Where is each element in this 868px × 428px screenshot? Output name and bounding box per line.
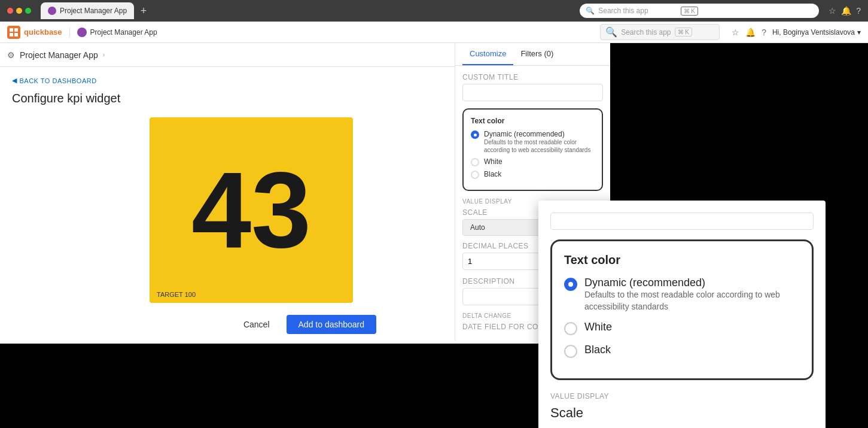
notifications-icon[interactable]: 🔔 [745, 28, 756, 37]
custom-title-input[interactable] [462, 84, 603, 101]
kbd-shortcut: ⌘ K [681, 7, 698, 16]
address-bar[interactable]: 🔍 Search this app ⌘ K [580, 4, 819, 18]
back-label: BACK TO DASHBOARD [20, 77, 97, 84]
user-menu[interactable]: Hi, Boginya Ventsislavova ▾ [772, 28, 861, 37]
panel-tabs: Customize Filters (0) [455, 43, 610, 66]
breadcrumb-chevron: › [103, 51, 105, 58]
browser-actions: ⌘ K [657, 7, 698, 16]
app-header: quickbase Project Manager App 🔍 Search t… [0, 22, 868, 43]
custom-title-label: Custom title [462, 73, 603, 81]
svg-rect-3 [14, 33, 18, 37]
secondary-app-title: Project Manager App [20, 50, 98, 60]
zoomed-text-color-title: Text color [564, 253, 800, 267]
user-chevron: ▾ [857, 28, 861, 37]
kpi-widget-preview: 43 TARGET 100 [150, 117, 353, 303]
zoomed-radio-dynamic-label: Dynamic (recommended) [584, 277, 800, 289]
app-name-tab[interactable]: Project Manager App [69, 28, 157, 37]
browser-tabs: Project Manager App + [41, 2, 575, 19]
kpi-value: 43 [191, 156, 311, 264]
zoomed-radio-dynamic-desc: Defaults to the most readable color acco… [584, 289, 800, 312]
zoomed-radio-white-label: White [584, 321, 612, 333]
radio-white-indicator[interactable] [471, 158, 479, 166]
radio-dynamic-label: Dynamic (recommended) [484, 130, 595, 138]
tab-label: Project Manager App [60, 7, 127, 15]
zoomed-radio-dynamic[interactable]: Dynamic (recommended) Defaults to the mo… [564, 277, 800, 312]
back-arrow-icon: ◀ [12, 77, 17, 84]
settings-icon[interactable]: ⚙ [7, 50, 15, 60]
bell-icon[interactable]: 🔔 [841, 6, 851, 16]
header-app-name: Project Manager App [90, 28, 157, 37]
address-text: Search this app [598, 7, 648, 15]
logo-text: quickbase [24, 28, 62, 37]
help-icon[interactable]: ? [762, 28, 766, 37]
search-glass-icon: 🔍 [605, 26, 617, 38]
zoomed-title-input[interactable] [550, 213, 814, 230]
new-tab-button[interactable]: + [136, 4, 151, 18]
tab-filters[interactable]: Filters (0) [513, 43, 561, 65]
qb-icon [7, 26, 20, 39]
maximize-button[interactable] [25, 8, 31, 14]
window-controls [7, 8, 31, 14]
browser-toolbar: ☆ 🔔 ? [829, 6, 861, 16]
minimize-button[interactable] [16, 8, 22, 14]
text-color-section: Text color Dynamic (recommended) Default… [462, 108, 603, 191]
zoomed-scale-label: Scale [550, 405, 814, 421]
radio-dynamic[interactable]: Dynamic (recommended) Defaults to the mo… [471, 130, 595, 154]
zoomed-radio-white[interactable]: White [564, 321, 800, 335]
star-icon[interactable]: ☆ [829, 6, 836, 16]
svg-rect-2 [10, 33, 13, 37]
search-placeholder: Search this app [621, 28, 671, 37]
zoomed-value-display-label: VALUE DISPLAY [550, 392, 814, 400]
user-label: Hi, Boginya Ventsislavova [772, 28, 855, 37]
svg-rect-1 [14, 28, 18, 32]
radio-white[interactable]: White [471, 157, 595, 166]
quickbase-logo: quickbase [7, 26, 62, 39]
global-search[interactable]: 🔍 Search this app ⌘ K [600, 24, 720, 40]
cancel-button[interactable]: Cancel [234, 315, 279, 334]
tab-customize[interactable]: Customize [462, 43, 513, 65]
tab-favicon [48, 7, 56, 15]
zoomed-radio-black-label: Black [584, 344, 611, 356]
zoomed-text-color-section: Text color Dynamic (recommended) Default… [550, 239, 814, 380]
kpi-target: TARGET 100 [157, 291, 196, 298]
zoomed-radio-dynamic-indicator[interactable] [564, 278, 577, 291]
search-icon: 🔍 [586, 7, 595, 15]
zoomed-radio-white-indicator[interactable] [564, 322, 577, 335]
radio-white-label: White [484, 157, 502, 166]
svg-rect-0 [10, 28, 13, 32]
text-color-title: Text color [471, 117, 595, 125]
zoomed-radio-black-indicator[interactable] [564, 345, 577, 358]
help-icon[interactable]: ? [856, 6, 861, 16]
app-favicon [77, 28, 87, 37]
add-to-dashboard-button[interactable]: Add to dashboard [287, 315, 377, 334]
close-button[interactable] [7, 8, 13, 14]
radio-dynamic-indicator[interactable] [471, 130, 479, 139]
radio-black-label: Black [484, 170, 501, 178]
star-icon[interactable]: ☆ [732, 28, 739, 37]
radio-black[interactable]: Black [471, 170, 595, 179]
header-icons: ☆ 🔔 ? Hi, Boginya Ventsislavova ▾ [732, 28, 861, 37]
radio-black-indicator[interactable] [471, 171, 479, 179]
active-tab[interactable]: Project Manager App [41, 2, 134, 19]
zoomed-panel: Text color Dynamic (recommended) Default… [538, 201, 826, 428]
browser-bar: Project Manager App + 🔍 Search this app … [0, 0, 868, 22]
zoomed-radio-black[interactable]: Black [564, 344, 800, 358]
search-kbd: ⌘ K [675, 28, 692, 37]
radio-dynamic-desc: Defaults to the most readable color acco… [484, 138, 595, 154]
